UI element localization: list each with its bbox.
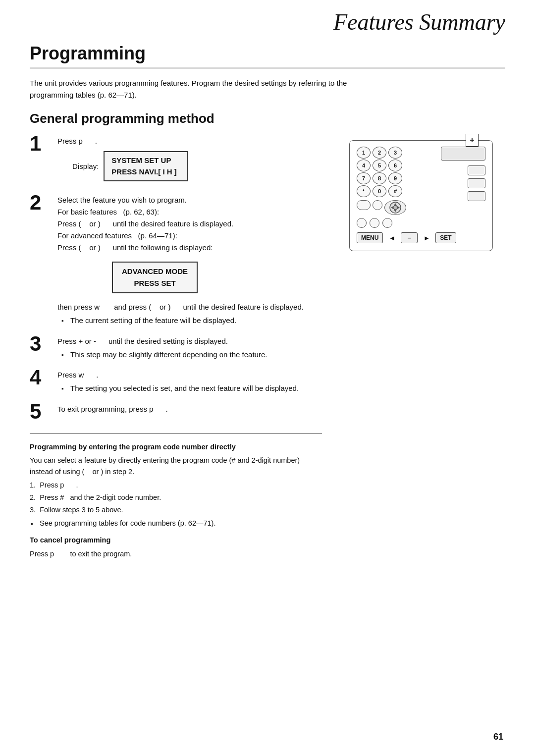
step-4-content: Press w . ▪ The setting you selected is … — [57, 369, 322, 394]
step-5-content: To exit programming, press p . — [57, 403, 322, 415]
step-4: 4 Press w . ▪ The setting you selected i… — [30, 369, 322, 394]
right-arrow-button[interactable]: ► — [421, 232, 432, 244]
bottom-circle-1 — [357, 218, 367, 228]
display-box: SYSTEM SET UP PRESS NAVI.[ I H ] — [104, 151, 188, 181]
section-title: Programming — [30, 43, 505, 68]
main-content: 1 Press p . Display: SYSTEM SET UP PRESS… — [30, 135, 505, 562]
step-3-text: Press + or - until the desired setting i… — [57, 335, 322, 347]
step-2-adv-label: For advanced features (p. 64—71): — [57, 230, 322, 242]
special-key-row — [357, 200, 437, 215]
bottom-circle-3 — [382, 218, 392, 228]
lower-body: You can select a feature by directly ent… — [30, 455, 322, 478]
list-item-3: 3. Follow steps 3 to 5 above. — [30, 504, 322, 516]
step-2-note-text: The current setting of the feature will … — [70, 315, 236, 326]
adv-mode-line1: ADVANCED MODE — [122, 266, 188, 277]
key-8: 8 — [373, 172, 386, 184]
intro-text: The unit provides various programming fe… — [30, 77, 367, 101]
adv-mode-box-wrapper: ADVANCED MODE PRESS SET — [82, 258, 322, 297]
svg-point-5 — [393, 206, 397, 210]
device-diagram: + 1 2 3 4 5 6 — [349, 140, 493, 251]
small-circle-1 — [373, 200, 382, 210]
key-row-1: 1 2 3 — [357, 147, 437, 159]
cancel-section: To cancel programming Press p to exit th… — [30, 535, 322, 559]
key-2: 2 — [373, 147, 386, 159]
lower-title: Programming by entering the program code… — [30, 441, 322, 453]
key-1: 1 — [357, 147, 371, 159]
step-2-then: then press w and press ( or ) until the … — [57, 301, 322, 313]
key-6: 6 — [388, 160, 402, 171]
page: Features Summary Programming The unit pr… — [0, 0, 535, 756]
left-arrow-button[interactable]: ◄ — [386, 232, 398, 244]
step-3: 3 Press + or - until the desired setting… — [30, 335, 322, 361]
lcd-display — [441, 147, 485, 161]
bottom-circle-2 — [370, 218, 379, 228]
step-3-note-text: This step may be slightly different depe… — [70, 349, 267, 361]
step-4-number: 4 — [30, 367, 54, 388]
cancel-title: To cancel programming — [30, 535, 322, 546]
side-button-3 — [468, 191, 485, 201]
step-1: 1 Press p . Display: SYSTEM SET UP PRESS… — [30, 135, 322, 185]
nav-pad — [384, 200, 406, 215]
step-2-note: ▪ The current setting of the feature wil… — [61, 315, 322, 326]
list-item-1: 1. Press p . — [30, 480, 322, 491]
lower-note: ▪ See programming tables for code number… — [31, 518, 322, 529]
key-9: 9 — [388, 172, 402, 184]
key-5: 5 — [373, 160, 386, 171]
key-0: 0 — [373, 185, 386, 197]
step-2-number: 2 — [30, 192, 54, 213]
page-header: Features Summary — [30, 0, 505, 39]
side-button-2 — [468, 178, 485, 188]
minus-button[interactable]: – — [401, 232, 418, 243]
lower-list: 1. Press p . 2. Press # and the 2-digit … — [30, 480, 322, 516]
step-5: 5 To exit programming, press p . — [30, 403, 322, 422]
step-2-basic-detail: Press ( or ) until the desired feature i… — [57, 218, 322, 230]
page-number: 61 — [493, 732, 503, 742]
adv-mode-line2: PRESS SET — [122, 277, 188, 289]
step-2-basic-label: For basic features (p. 62, 63): — [57, 206, 322, 218]
step-2-main: Select the feature you wish to program. — [57, 194, 322, 206]
adv-mode-box: ADVANCED MODE PRESS SET — [112, 262, 198, 293]
step-1-text: Press p . — [57, 135, 322, 147]
side-button-1 — [468, 165, 485, 175]
display-and-buttons — [441, 147, 485, 228]
lower-section: Programming by entering the program code… — [30, 441, 322, 560]
display-box-wrapper: Display: SYSTEM SET UP PRESS NAVI.[ I H … — [72, 151, 322, 181]
plus-button: + — [466, 134, 479, 147]
bullet-icon: ▪ — [61, 316, 67, 326]
step-2-content: Select the feature you wish to program. … — [57, 194, 322, 326]
sub-heading: General programming method — [30, 111, 505, 126]
step-2-adv-detail: Press ( or ) until the following is disp… — [57, 242, 322, 254]
set-button[interactable]: SET — [435, 232, 456, 243]
step-5-text: To exit programming, press p . — [57, 403, 322, 415]
key-star: * — [357, 185, 371, 197]
step-1-number: 1 — [30, 133, 54, 154]
key-4: 4 — [357, 160, 371, 171]
display-line-1: SYSTEM SET UP — [111, 155, 180, 166]
key-7: 7 — [357, 172, 371, 184]
step-4-note: ▪ The setting you selected is set, and t… — [61, 383, 322, 394]
oval-key-1 — [357, 200, 371, 210]
display-line-2: PRESS NAVI.[ I H ] — [111, 166, 180, 178]
list-item-2: 2. Press # and the 2-digit code number. — [30, 492, 322, 503]
key-row-2: 4 5 6 — [357, 160, 437, 171]
number-keypad: 1 2 3 4 5 6 7 8 9 — [357, 147, 437, 228]
left-column: 1 Press p . Display: SYSTEM SET UP PRESS… — [30, 135, 337, 562]
step-4-note-text: The setting you selected is set, and the… — [70, 383, 299, 394]
lower-bullet-icon: ▪ — [31, 519, 37, 529]
display-label: Display: — [72, 161, 99, 172]
nav-row: MENU ◄ – ► SET — [357, 232, 485, 244]
step-1-content: Press p . Display: SYSTEM SET UP PRESS N… — [57, 135, 322, 185]
step-2: 2 Select the feature you wish to program… — [30, 194, 322, 326]
keypad-top: 1 2 3 4 5 6 7 8 9 — [357, 147, 485, 228]
lower-note-text: See programming tables for code numbers … — [40, 518, 215, 529]
key-hash: # — [388, 185, 402, 197]
step-4-text: Press w . — [57, 369, 322, 381]
key-row-4: * 0 # — [357, 185, 437, 197]
cancel-text: Press p to exit the program. — [30, 548, 322, 560]
section-divider — [30, 433, 322, 433]
key-row-3: 7 8 9 — [357, 172, 437, 184]
step-5-number: 5 — [30, 401, 54, 422]
step-3-content: Press + or - until the desired setting i… — [57, 335, 322, 361]
key-3: 3 — [388, 147, 402, 159]
menu-button[interactable]: MENU — [357, 232, 383, 243]
